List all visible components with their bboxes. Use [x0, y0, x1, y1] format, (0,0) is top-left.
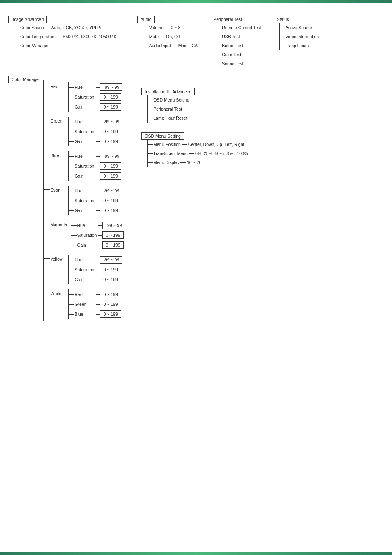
color-temp-hline [14, 37, 20, 37]
white-blue-row: Blue 0 ~ 199 [69, 310, 121, 318]
magenta-hue-name: Hue [77, 223, 98, 228]
usb-test-label: USB Test [222, 34, 240, 39]
yellow-sat-name: Saturation [74, 267, 96, 272]
magenta-gain-row: Gain 0 ~ 199 [71, 241, 125, 249]
magenta-sat-name: Saturation [77, 233, 98, 238]
bottom-bar [0, 552, 392, 555]
volume-hline [143, 28, 149, 28]
volume-value: 0 ~ 8 [171, 25, 181, 30]
blue-hue-name: Hue [74, 154, 96, 159]
usb-test-row: USB Test [216, 34, 261, 39]
magenta-sat-row: Saturation 0 ~ 199 [71, 231, 125, 239]
cyan-sat-value: 0 ~ 199 [100, 197, 121, 204]
magenta-hue-value: -99 ~ 99 [102, 222, 125, 229]
yellow-label: Yellow [50, 257, 67, 261]
red-sat-value: 0 ~ 199 [100, 93, 121, 101]
remote-control-test-row: Remote Control Test [216, 25, 261, 30]
image-advanced-title: Image Advanced [8, 16, 47, 23]
white-group: White Red 0 ~ 199 Green [44, 289, 125, 319]
button-test-row: Button Test [216, 43, 261, 48]
red-hue-name: Hue [74, 85, 96, 90]
white-blue-name: Blue [74, 312, 96, 317]
red-gain-value: 0 ~ 199 [100, 103, 121, 111]
mute-hline [143, 37, 149, 37]
translucent-menu-value: 0%, 25%, 50%, 75%, 100% [195, 151, 248, 156]
red-gain-row: Gain 0 ~ 199 [69, 103, 122, 111]
red-props: Hue -99 ~ 99 Saturation 0 ~ 199 [68, 82, 122, 112]
blue-sat-value: 0 ~ 199 [100, 162, 121, 170]
sound-test-row: Sound Test [216, 61, 261, 66]
status-title: Status [274, 16, 293, 23]
blue-gain-row: Gain 0 ~ 199 [69, 172, 122, 180]
active-source-label: Active Source [286, 25, 312, 30]
green-gain-value: 0 ~ 199 [100, 138, 121, 145]
white-label: White [50, 291, 67, 296]
remote-control-test-label: Remote Control Test [222, 25, 261, 30]
lamp-hours-label: Lamp Hours [286, 43, 309, 48]
volume-label: Volume [149, 25, 164, 30]
menu-display-row: Menu Display 10 ~ 20 [148, 160, 248, 165]
color-test-row: Color Test [216, 52, 261, 57]
white-red-row: Red 0 ~ 199 [69, 291, 121, 298]
green-label: Green [50, 118, 67, 123]
peripheral-test-title: Peripheral Test [210, 16, 245, 23]
color-space-label: Color Space [20, 25, 44, 30]
red-sat-row: Saturation 0 ~ 199 [69, 93, 122, 101]
green-props: Hue -99 ~ 99 Saturation 0 ~ 199 [68, 117, 122, 146]
cyan-label: Cyan [50, 187, 67, 192]
color-temp-row: Color Temperature 6500 °K, 9300 °K, 1050… [14, 34, 117, 39]
green-gain-name: Gain [74, 139, 96, 144]
green-group: Green Hue -99 ~ 99 Saturation [44, 117, 125, 146]
magenta-hue-row: Hue -99 ~ 99 [71, 222, 125, 229]
red-gain-name: Gain [74, 104, 96, 109]
red-hue-row: Hue -99 ~ 99 [69, 83, 122, 91]
yellow-props: Hue -99 ~ 99 Saturation 0 ~ 199 [68, 255, 122, 284]
color-temp-connector [57, 37, 62, 37]
peripheral-test-ia-label: Peripheral Test [153, 106, 182, 111]
lamp-hour-reset-label: Lamp Hour Reset [153, 116, 187, 120]
blue-label: Blue [50, 153, 67, 158]
sound-test-label: Sound Test [222, 61, 243, 66]
menu-display-value: 10 ~ 20 [187, 160, 201, 165]
color-test-label: Color Test [222, 52, 241, 57]
color-groups-container: Red Hue -99 ~ 99 Saturation [43, 80, 125, 321]
cyan-gain-value: 0 ~ 199 [100, 207, 121, 214]
yellow-hue-row: Hue -99 ~ 99 [69, 256, 122, 264]
cyan-gain-name: Gain [74, 208, 96, 213]
white-blue-value: 0 ~ 199 [100, 310, 121, 318]
cyan-hue-row: Hue -99 ~ 99 [69, 187, 122, 194]
installation-advanced-section: Installation II / Advanced OSD Menu Sett… [141, 88, 195, 123]
page: Image Advanced Color Space Auto, RGB, YC… [0, 0, 392, 555]
top-bar [0, 0, 392, 3]
video-info-label: Video information [286, 34, 319, 39]
audio-input-label: Audio Input [149, 43, 171, 48]
green-sat-value: 0 ~ 199 [100, 128, 121, 135]
button-test-label: Button Test [222, 43, 243, 48]
lamp-hours-row: Lamp Hours [280, 43, 319, 48]
status-section: Status Active Source Video information L… [274, 16, 319, 50]
green-gain-row: Gain 0 ~ 199 [69, 138, 122, 145]
peripheral-test-ia-row: Peripheral Test [148, 106, 189, 111]
yellow-gain-name: Gain [74, 277, 96, 282]
green-sat-name: Saturation [74, 129, 96, 134]
red-label: Red [50, 84, 67, 89]
cyan-sat-name: Saturation [74, 198, 96, 203]
color-space-connector [45, 28, 51, 28]
color-space-hline [14, 28, 20, 28]
active-source-row: Active Source [280, 25, 319, 30]
color-space-value: Auto, RGB, YCbCr, YPbPr [51, 25, 102, 30]
color-manager-ia-hline [14, 46, 20, 46]
color-temp-value: 6500 °K, 9300 °K, 10500 °K [63, 34, 117, 39]
magenta-props: Hue -99 ~ 99 Saturation 0 ~ 199 [71, 220, 125, 250]
green-hue-value: -99 ~ 99 [100, 118, 122, 125]
yellow-sat-row: Saturation 0 ~ 199 [69, 266, 122, 273]
osd-menu-setting-section: OSD Menu Setting Menu Position Center, D… [141, 132, 248, 167]
menu-display-label: Menu Display [153, 160, 180, 165]
image-advanced-section: Image Advanced Color Space Auto, RGB, YC… [8, 16, 117, 50]
red-hue-value: -99 ~ 99 [100, 83, 122, 91]
audio-section: Audio Volume 0 ~ 8 Mute On, Off [137, 16, 198, 50]
color-temp-label: Color Temperature [20, 34, 56, 39]
magenta-sat-value: 0 ~ 199 [102, 231, 123, 239]
volume-connector [164, 28, 170, 28]
translucent-menu-row: Translucent Menu 0%, 25%, 50%, 75%, 100% [148, 151, 248, 156]
